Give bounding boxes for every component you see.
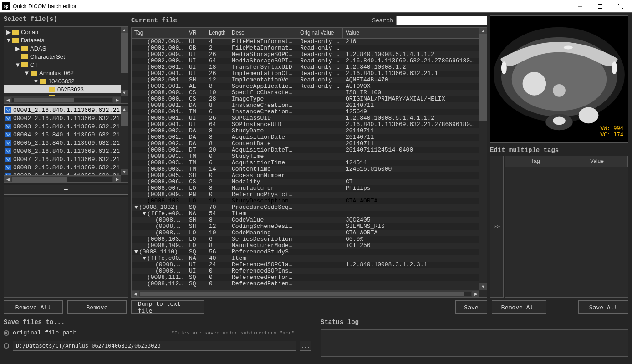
tree-toggle-icon[interactable]: ▼ [15, 62, 20, 67]
grid-row[interactable]: (0008,0012)DA8InstanceCreationDate201407… [132, 102, 479, 109]
grid-row[interactable]: (0002,0003)UI64MediaStorageSOPInst…Read-… [132, 58, 479, 64]
grid-row[interactable]: (0008,…SH8CodeValueJQC2405 [132, 217, 479, 223]
file-item[interactable]: 00002_2.16.840.1.113669.632.21.27 [4, 114, 121, 122]
search-input[interactable] [396, 16, 487, 25]
grid-row[interactable]: (0008,1030)LO10StudyDescriptionCTA AORTA [132, 198, 479, 204]
folder-tree[interactable]: ▶Conan▼Datasets▶ADASCharacterSet▼CT▼Annu… [4, 26, 128, 104]
scroll-left-icon[interactable]: ◀ [4, 97, 11, 103]
grid-row[interactable]: (0002,0016)AE8SourceApplicationEn…Read-o… [132, 83, 479, 90]
drop-zone[interactable] [4, 197, 128, 298]
file-item[interactable]: 00003_2.16.840.1.113669.632.21.27 [4, 122, 121, 131]
scroll-up-icon[interactable]: ▲ [479, 28, 487, 34]
add-button[interactable]: + [4, 185, 128, 195]
remove-all-right-button[interactable]: Remove All [492, 300, 546, 314]
col-tag[interactable]: Tag [132, 28, 186, 38]
radio-custom-path[interactable] [4, 343, 9, 349]
col-len[interactable]: Length [206, 28, 229, 38]
grid-row[interactable]: (0008,0090)PN0ReferringPhysicianN… [132, 192, 479, 198]
save-path-input[interactable] [13, 341, 296, 351]
tree-item[interactable]: ▼10406832 [4, 77, 121, 85]
col-vr[interactable]: VR [186, 28, 206, 38]
maximize-button[interactable] [590, 0, 610, 13]
scroll-up-icon[interactable]: ▲ [121, 106, 128, 112]
col-val[interactable]: Value [343, 28, 479, 38]
file-item[interactable]: 00008_2.16.840.1.113669.632.21.27 [4, 163, 121, 172]
scroll-down-icon[interactable]: ▼ [121, 169, 128, 175]
close-button[interactable] [610, 0, 630, 13]
grid-row[interactable]: (0008,0030)TM0StudyTime [132, 153, 479, 160]
files-hscroll[interactable]: ◀ ▶ [4, 175, 121, 182]
tree-item[interactable]: ▼Datasets [4, 36, 121, 44]
grid-row[interactable]: (0008,0033)TM14ContentTime124515.016000 [132, 166, 479, 172]
copy-to-edit-button[interactable]: >> [490, 156, 504, 298]
grid-row[interactable]: (0008,1111)SQ0ReferencedPerformed… [132, 274, 479, 281]
tree-toggle-icon[interactable] [15, 54, 20, 59]
grid-row[interactable]: (0008,002a)DT20AcquisitionDateTime201407… [132, 147, 479, 153]
tag-grid[interactable]: Tag VR Length Desc Original Value Value … [131, 27, 487, 298]
tree-toggle-icon[interactable]: ▶ [6, 29, 11, 35]
grid-row[interactable]: (0002,0000)UL4FileMetaInformation…Read-o… [132, 39, 479, 45]
tree-vscroll[interactable]: ▲ ▼ [121, 27, 128, 96]
grid-row[interactable]: (0008,1120)SQ0ReferencedPatientSe… [132, 281, 479, 287]
scroll-right-icon[interactable]: ▶ [113, 176, 121, 182]
grid-row[interactable]: (0002,0002)UI26MediaStorageSOPClas…Read-… [132, 51, 479, 58]
file-item[interactable]: 00006_2.16.840.1.113669.632.21.27 [4, 147, 121, 155]
tree-item[interactable]: ▶Conan [4, 28, 121, 36]
radio-original-path[interactable] [4, 330, 9, 336]
grid-row[interactable]: (0002,0001)OB2FileMetaInformation…Read-o… [132, 45, 479, 51]
browse-button[interactable]: ... [300, 341, 311, 351]
grid-row[interactable]: ▼(fffe,e00…NA54Item [132, 211, 479, 217]
tree-item[interactable]: ▼Annulus_062 [4, 69, 121, 77]
scroll-left-icon[interactable]: ◀ [4, 176, 11, 182]
tree-item[interactable]: ▶ADAS [4, 44, 121, 52]
grid-row[interactable]: (0002,0010)UI18TransferSyntaxUIDRead-onl… [132, 64, 479, 71]
grid-row[interactable]: (0008,0070)LO8ManufacturerPhilips [132, 185, 479, 192]
grid-row[interactable]: (0008,1090)LO8ManufacturerModelNa…iCT 25… [132, 243, 479, 249]
tree-toggle-icon[interactable]: ▼ [6, 37, 11, 43]
grid-row[interactable]: (0008,0032)TM6AcquisitionTime124514 [132, 160, 479, 166]
file-item[interactable]: 00007_2.16.840.1.113669.632.21.27 [4, 155, 121, 163]
tree-toggle-icon[interactable]: ▼ [24, 70, 30, 76]
tree-item[interactable]: CharacterSet [4, 52, 121, 61]
grid-row[interactable]: (0008,0050)SH0AccessionNumber [132, 172, 479, 179]
scroll-left-icon[interactable]: ◀ [132, 291, 139, 297]
minimize-button[interactable] [570, 0, 590, 13]
grid-row[interactable]: (0008,…LO10CodeMeaningCTA AORTA [132, 230, 479, 236]
file-item[interactable]: 00009_2.16.840.1.113669.632.21.27 [4, 172, 121, 175]
tree-hscroll[interactable]: ◀ ▶ [4, 96, 121, 103]
grid-row[interactable]: (0008,0005)CS10SpecificCharacterSetISO_I… [132, 90, 479, 96]
remove-button[interactable]: Remove [67, 300, 127, 314]
files-vscroll[interactable]: ▲ ▼ [121, 106, 128, 175]
grid-row[interactable]: (0008,0013)TM6InstanceCreationTime125649 [132, 109, 479, 115]
scroll-right-icon[interactable]: ▶ [472, 291, 479, 297]
grid-row[interactable]: (0008,…UI24ReferencedSOPClassU…1.2.840.1… [132, 262, 479, 268]
file-item[interactable]: 00001_2.16.840.1.113669.632.21.27 [4, 106, 121, 114]
tree-toggle-icon[interactable]: ▼ [33, 78, 39, 84]
edit-col-tag[interactable]: Tag [505, 156, 566, 167]
dump-button[interactable]: Dump to text file [131, 300, 204, 314]
grid-vscroll[interactable]: ▲ ▼ [479, 28, 487, 290]
grid-row[interactable]: (0002,0013)SH12ImplementationVersi…Read-… [132, 77, 479, 83]
grid-row[interactable]: ▼(0008,1032)SQ70ProcedureCodeSequen… [132, 204, 479, 211]
tree-item[interactable]: ▼CT [4, 61, 121, 69]
scroll-up-icon[interactable]: ▲ [121, 27, 128, 33]
grid-row[interactable]: (0008,0018)UI64SOPInstanceUID2.16.840.1.… [132, 121, 479, 128]
save-all-button[interactable]: Save All [578, 300, 628, 314]
grid-row[interactable]: ▼(fffe,e00…NA40Item [132, 255, 479, 262]
scroll-down-icon[interactable]: ▼ [121, 90, 128, 96]
grid-row[interactable]: (0008,0016)UI26SOPClassUID1.2.840.10008.… [132, 115, 479, 121]
status-log-box[interactable] [321, 329, 628, 357]
grid-row[interactable]: (0008,103e)LO6SeriesDescription60.0% [132, 236, 479, 243]
grid-row[interactable]: ▼(0008,1110)SQ56ReferencedStudySequ… [132, 249, 479, 255]
grid-row[interactable]: (0008,0022)DA8AcquisitionDate20140711 [132, 134, 479, 141]
grid-row[interactable]: (0008,…UI0ReferencedSOPInstan… [132, 268, 479, 274]
grid-row[interactable]: (0008,0023)DA8ContentDate20140711 [132, 141, 479, 147]
grid-row[interactable]: (0008,…SH12CodingSchemeDesigna…SIEMENS_R… [132, 223, 479, 230]
image-preview[interactable]: WW: 994 WC: 174 [490, 15, 628, 143]
grid-hscroll[interactable]: ◀ ▶ [132, 290, 479, 297]
tree-toggle-icon[interactable]: ▶ [15, 46, 20, 51]
tree-item[interactable]: 06253023 [4, 85, 121, 93]
grid-row[interactable]: (0002,0012)UI26ImplementationClass…Read-… [132, 71, 479, 77]
col-orig[interactable]: Original Value [297, 28, 343, 38]
scroll-down-icon[interactable]: ▼ [479, 283, 487, 290]
